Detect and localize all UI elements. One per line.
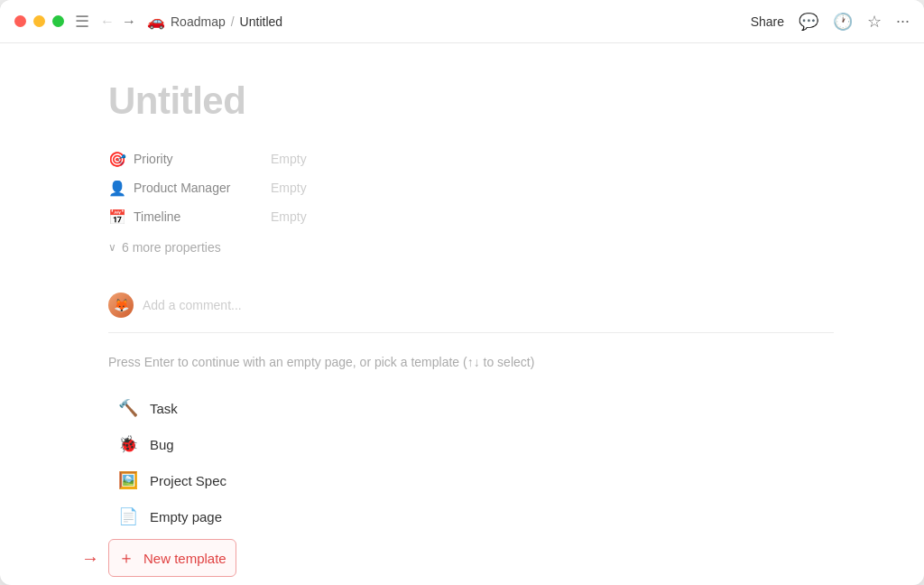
app-window: ☰ ← → 🚗 Roadmap / Untitled Share 💬 🕐 ☆ ·… [0,0,924,585]
new-template-label: New template [143,551,226,566]
page-title[interactable]: Untitled [108,79,834,123]
breadcrumb-current: Untitled [240,14,282,29]
person-icon: 👤 [108,180,126,197]
calendar-icon: 📅 [108,209,126,226]
timeline-value[interactable]: Empty [271,209,307,224]
bug-icon: 🐞 [117,434,139,454]
template-bug-label: Bug [150,437,174,452]
properties-section: 🎯 Priority Empty 👤 Product Manager Empty… [108,144,834,260]
minimize-button[interactable] [33,15,45,27]
comment-placeholder[interactable]: Add a comment... [143,298,242,312]
close-button[interactable] [14,15,26,27]
breadcrumb: 🚗 Roadmap / Untitled [147,13,751,30]
titlebar: ☰ ← → 🚗 Roadmap / Untitled Share 💬 🕐 ☆ ·… [0,0,924,43]
avatar: 🦊 [108,292,134,318]
page-content: Untitled 🎯 Priority Empty 👤 Product Mana… [0,43,924,585]
product-manager-property[interactable]: 👤 Product Manager Empty [108,173,834,202]
traffic-lights [14,15,64,27]
comment-icon[interactable]: 💬 [799,12,818,32]
nav-buttons: ← → [100,14,136,30]
maximize-button[interactable] [52,15,64,27]
new-template-button[interactable]: ＋ New template [108,539,236,577]
breadcrumb-separator: / [231,14,235,29]
more-properties-button[interactable]: ∨ 6 more properties [108,235,834,260]
template-hint: Press Enter to continue with an empty pa… [108,355,834,369]
template-item-task[interactable]: 🔨 Task [108,391,834,425]
titlebar-actions: Share 💬 🕐 ☆ ··· [751,12,910,32]
priority-property[interactable]: 🎯 Priority Empty [108,144,834,173]
clock-icon[interactable]: 🕐 [833,12,853,32]
plus-icon: ＋ [118,547,134,569]
priority-icon: 🎯 [108,151,126,168]
star-icon[interactable]: ☆ [867,12,882,32]
product-manager-label: 👤 Product Manager [108,180,271,197]
template-project-spec-label: Project Spec [150,473,226,488]
page-icon: 📄 [117,506,139,526]
priority-label: 🎯 Priority [108,151,271,168]
timeline-label: 📅 Timeline [108,209,271,226]
hammer-icon: 🔨 [117,398,139,418]
template-empty-page-label: Empty page [150,509,222,525]
product-manager-value[interactable]: Empty [271,181,307,195]
arrow-indicator: → [81,548,99,569]
comment-row[interactable]: 🦊 Add a comment... [108,278,834,333]
template-list: 🔨 Task 🐞 Bug 🖼️ Project Spec 📄 Empty pag… [108,391,834,577]
image-icon: 🖼️ [117,470,139,490]
template-item-empty-page[interactable]: 📄 Empty page [108,499,834,534]
chevron-down-icon: ∨ [108,241,116,254]
template-task-label: Task [150,401,178,416]
timeline-property[interactable]: 📅 Timeline Empty [108,202,834,231]
breadcrumb-emoji: 🚗 [147,13,165,30]
menu-icon[interactable]: ☰ [75,12,89,32]
template-item-bug[interactable]: 🐞 Bug [108,427,834,461]
back-button[interactable]: ← [100,14,115,30]
forward-button[interactable]: → [122,14,136,30]
more-options-icon[interactable]: ··· [896,12,910,31]
more-properties-label: 6 more properties [122,240,221,255]
share-button[interactable]: Share [751,14,784,29]
template-item-project-spec[interactable]: 🖼️ Project Spec [108,463,834,497]
priority-value[interactable]: Empty [271,152,307,166]
breadcrumb-parent[interactable]: Roadmap [171,14,226,29]
